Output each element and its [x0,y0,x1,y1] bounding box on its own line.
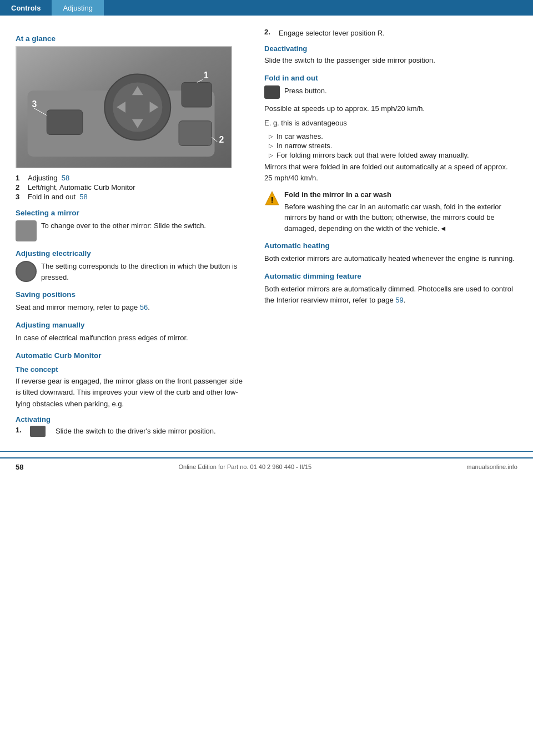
page-footer: 58 Online Edition for Part no. 01 40 2 9… [0,457,533,476]
page-header: Controls Adjusting [0,0,533,16]
auto-heating-heading: Automatic heating [264,241,517,250]
mirror-image: 1 2 3 [16,46,232,168]
svg-text:!: ! [271,195,274,204]
footer-right: manualsonline.info [466,463,517,470]
auto-dimming-link[interactable]: 59 [395,296,403,304]
fold-heading: Fold in and out [264,74,517,82]
svg-text:1: 1 [204,70,209,80]
warning-box: ! Fold in the mirror in a car wash Befor… [264,189,517,234]
step-2-row: 2. Engage selector lever position R. [264,28,517,39]
auto-heating-text: Both exterior mirrors are automatically … [264,253,517,264]
step-2-text: Engage selector lever position R. [279,28,517,39]
step-1-row: 1. Slide the switch to the driver's side… [16,426,249,437]
warning-title: Fold in the mirror in a car wash [284,189,517,200]
main-content: At a glance [0,16,533,451]
numbered-list: 1 Adjusting 58 2 Left/right, Automatic C… [16,174,249,201]
adjusting-manually-text: In case of electrical malfunction press … [16,332,249,344]
warning-body: Before washing the car in an automatic c… [284,203,501,233]
deactivating-text: Slide the switch to the passenger side m… [264,55,517,66]
dial-icon [16,261,37,282]
fold-button-icon [264,85,280,99]
warning-text-block: Fold in the mirror in a car wash Before … [284,189,517,234]
fold-bullet-2: In narrow streets. [264,142,517,150]
svg-rect-10 [179,121,212,146]
selecting-row: To change over to the other mirror: Slid… [16,220,249,241]
saving-link[interactable]: 56 [140,303,148,311]
footer-divider [0,451,533,452]
page-number: 58 [16,463,23,471]
tab-adjusting[interactable]: Adjusting [52,0,103,16]
auto-dimming-heading: Automatic dimming feature [264,272,517,280]
list-text-1: Adjusting 58 [28,174,69,182]
switch-icon [16,220,37,241]
fold-possible-text: Possible at speeds up to approx. 15 mph/… [264,103,517,114]
adjusting-elec-row: The setting corresponds to the direction… [16,261,249,283]
list-text-2: Left/right, Automatic Curb Monitor [28,183,135,191]
list-num-3: 3 [16,193,24,201]
saving-text-span: Seat and mirror memory, refer to page [16,303,138,311]
selecting-heading: Selecting a mirror [16,209,249,217]
link-fold[interactable]: 58 [79,193,87,201]
fold-mirrors-text: Mirrors that were folded in are folded o… [264,162,517,184]
list-item-1: 1 Adjusting 58 [16,174,249,182]
selecting-text: To change over to the other mirror: Slid… [41,220,249,231]
fold-bullets: In car washes. In narrow streets. For fo… [264,132,517,159]
adjusting-elec-text: The setting corresponds to the direction… [41,261,249,283]
svg-text:3: 3 [32,99,37,109]
saving-dot: . [148,303,150,311]
warning-icon: ! [264,190,280,206]
left-column: At a glance [16,27,249,440]
fold-press-text: Press button. [284,85,517,97]
list-item-2: 2 Left/right, Automatic Curb Monitor [16,183,249,191]
at-a-glance-heading: At a glance [16,34,249,43]
step-2-num: 2. [264,28,273,36]
list-text-3: Fold in and out 58 [28,193,88,201]
deactivating-heading: Deactivating [264,44,517,53]
link-adjusting[interactable]: 58 [62,174,69,182]
fold-eg-text: E. g. this is advantageous [264,118,517,129]
svg-rect-9 [182,82,212,107]
step-1-num: 1. [16,426,24,434]
list-num-2: 2 [16,183,24,191]
concept-text: If reverse gear is engaged, the mirror g… [16,376,249,409]
concept-heading: The concept [16,365,249,374]
auto-dimming-span: Both exterior mirrors are automatically … [264,285,513,304]
fold-press-row: Press button. [264,85,517,99]
activating-heading: Activating [16,415,249,424]
auto-curb-heading: Automatic Curb Monitor [16,351,249,360]
list-item-3: 3 Fold in and out 58 [16,193,249,201]
list-num-1: 1 [16,174,24,182]
step1-switch-icon [30,426,46,437]
auto-dimming-dot: . [404,296,406,304]
fold-bullet-1: In car washes. [264,132,517,140]
adjusting-elec-heading: Adjusting electrically [16,249,249,258]
right-column: 2. Engage selector lever position R. Dea… [264,27,517,440]
fold-bullet-3: For folding mirrors back out that were f… [264,151,517,159]
adjusting-manually-heading: Adjusting manually [16,321,249,329]
saving-text: Seat and mirror memory, refer to page 56… [16,302,249,313]
svg-rect-11 [47,110,82,135]
saving-heading: Saving positions [16,290,249,299]
step-1-text: Slide the switch to the driver's side mi… [56,426,249,437]
footer-center: Online Edition for Part no. 01 40 2 960 … [179,463,312,470]
tab-controls[interactable]: Controls [0,0,52,16]
auto-dimming-text: Both exterior mirrors are automatically … [264,284,517,306]
svg-text:2: 2 [219,135,224,144]
